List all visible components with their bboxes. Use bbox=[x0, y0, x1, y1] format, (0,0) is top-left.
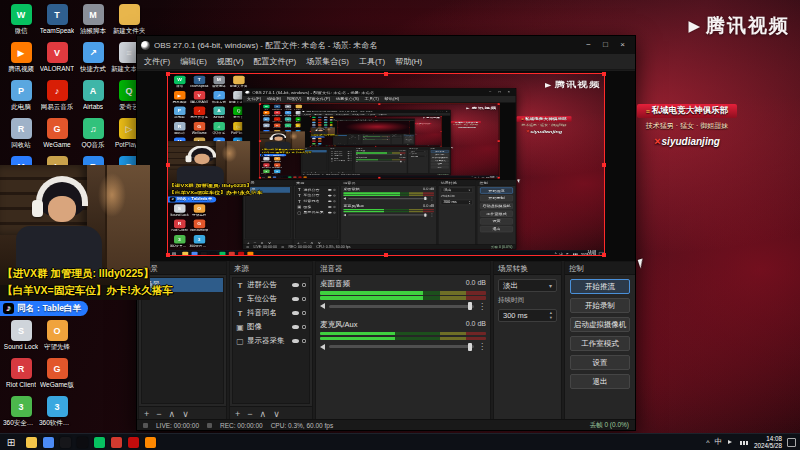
lock-icon[interactable] bbox=[302, 283, 306, 287]
source-item[interactable]: ▣图像 bbox=[233, 320, 309, 334]
control-button[interactable]: 工作室模式 bbox=[480, 211, 513, 217]
start-button[interactable]: ⊞ bbox=[0, 434, 22, 450]
ime-indicator[interactable]: 中 bbox=[474, 176, 476, 177]
desktop-icon[interactable]: GWeGame版 bbox=[272, 163, 282, 168]
control-button[interactable]: 启动虚拟摄像机 bbox=[431, 157, 449, 159]
taskbar-browser-icon[interactable] bbox=[273, 176, 276, 177]
taskbar-clock[interactable]: 14:08 2024/5/28 bbox=[581, 251, 596, 255]
desktop-icon[interactable]: R回收站 bbox=[170, 122, 189, 134]
control-button[interactable]: 设置 bbox=[570, 355, 630, 370]
visibility-eye-icon[interactable] bbox=[328, 200, 332, 202]
volume-icon[interactable] bbox=[478, 177, 480, 178]
lock-icon[interactable] bbox=[351, 156, 352, 157]
slider-knob[interactable] bbox=[424, 213, 426, 216]
selection-handle[interactable] bbox=[384, 253, 388, 257]
slider-knob[interactable] bbox=[424, 197, 426, 200]
obs-preview-area[interactable]: W微信TTeamSpeakM油猴脚本新建文件夹▶腾讯视频VVALORANT↗快捷… bbox=[137, 71, 635, 261]
desktop-icon[interactable]: ↗快捷方式 bbox=[76, 42, 110, 72]
desktop-icon[interactable]: GWeGame版 bbox=[40, 358, 74, 388]
lock-icon[interactable] bbox=[333, 195, 335, 197]
selection-handle[interactable] bbox=[384, 72, 388, 76]
taskbar-explorer-icon[interactable] bbox=[182, 252, 188, 255]
sources-list[interactable]: T进群公告T车位公告T抖音同名▣图像▢显示器采集 bbox=[330, 150, 353, 171]
obs-preview-area[interactable]: W微信TTeamSpeakM油猴脚本新建文件夹▶腾讯视频VVALORANT↗快捷… bbox=[243, 103, 516, 180]
desktop-icon[interactable]: ♪网易云音乐 bbox=[40, 80, 74, 110]
desktop-icon[interactable]: O守望先锋 bbox=[40, 320, 74, 350]
desktop-icon[interactable]: RRiot Client bbox=[170, 220, 189, 232]
taskbar-music-player-icon[interactable] bbox=[331, 146, 333, 147]
desktop-icon[interactable]: P此电脑 bbox=[170, 107, 189, 119]
desktop-icon[interactable]: ♫QQ音乐 bbox=[76, 118, 110, 148]
selection-handle[interactable] bbox=[440, 146, 441, 147]
control-button[interactable]: 退出 bbox=[570, 374, 630, 389]
selection-handle[interactable] bbox=[375, 146, 376, 147]
desktop-icon[interactable]: 新建文件夹 bbox=[112, 4, 146, 34]
obs-titlebar[interactable]: OBS 27.0.1 (64-bit, windows) - 配置文件: 未命名… bbox=[243, 89, 516, 96]
desktop-icon[interactable]: GWeGame bbox=[40, 118, 74, 148]
selection-handle[interactable] bbox=[602, 72, 606, 76]
close-button[interactable]: × bbox=[504, 89, 513, 96]
visibility-eye-icon[interactable] bbox=[328, 206, 332, 208]
selection-handle[interactable] bbox=[310, 131, 311, 132]
sources-list[interactable]: T进群公告T车位公告T抖音同名▣图像▢显示器采集 bbox=[348, 135, 361, 144]
network-icon[interactable] bbox=[573, 252, 578, 255]
taskbar[interactable]: ⊞ ^ 中 14:08 2024/5/28 bbox=[0, 433, 800, 450]
menu-item[interactable]: 帮助(H) bbox=[382, 97, 402, 101]
selection-handle[interactable] bbox=[440, 116, 441, 117]
speaker-icon[interactable] bbox=[356, 154, 357, 155]
visibility-eye-icon[interactable] bbox=[348, 160, 350, 161]
visibility-eye-icon[interactable] bbox=[292, 283, 299, 288]
lock-icon[interactable] bbox=[302, 325, 306, 329]
menu-item[interactable]: 工具(T) bbox=[362, 97, 382, 101]
channel-menu-icon[interactable]: ⋮ bbox=[403, 154, 405, 155]
taskbar-video-app-icon[interactable] bbox=[303, 176, 306, 177]
transition-duration-input[interactable]: 300 ms ▴▾ bbox=[392, 137, 402, 138]
desktop-icon[interactable]: ↗快捷方式 bbox=[283, 111, 293, 116]
source-item[interactable]: ▢显示器采集 bbox=[349, 139, 361, 140]
menu-item[interactable]: 配置文件(P) bbox=[304, 97, 333, 101]
visibility-eye-icon[interactable] bbox=[328, 189, 332, 191]
lock-icon[interactable] bbox=[333, 206, 335, 208]
desktop-icon[interactable]: SSound Lock bbox=[261, 157, 271, 162]
source-item[interactable]: T车位公告 bbox=[233, 292, 309, 306]
taskbar-clock[interactable]: 14:08 2024/5/28 bbox=[754, 435, 782, 449]
lock-icon[interactable] bbox=[302, 311, 306, 315]
obs-preview-area[interactable] bbox=[333, 121, 415, 134]
spinner-arrows-icon[interactable]: ▴▾ bbox=[550, 311, 552, 320]
network-icon[interactable] bbox=[740, 438, 749, 446]
menu-item[interactable]: 配置文件(P) bbox=[249, 56, 302, 67]
menu-item[interactable]: 编辑(E) bbox=[264, 97, 284, 101]
menu-item[interactable]: 视图(V) bbox=[284, 97, 304, 101]
taskbar-music-player-icon[interactable] bbox=[128, 437, 139, 448]
maximize-button[interactable]: □ bbox=[597, 36, 614, 54]
lock-icon[interactable] bbox=[333, 212, 335, 214]
slider-knob[interactable] bbox=[387, 139, 388, 140]
visibility-eye-icon[interactable] bbox=[328, 195, 332, 197]
volume-slider[interactable] bbox=[329, 305, 474, 308]
lock-icon[interactable] bbox=[351, 160, 352, 161]
volume-slider[interactable] bbox=[348, 214, 427, 215]
source-item[interactable]: ▢显示器采集 bbox=[296, 210, 338, 216]
desktop-icon[interactable]: VVALORANT bbox=[272, 111, 282, 116]
spinner-arrows-icon[interactable]: ▴▾ bbox=[469, 200, 470, 204]
volume-icon[interactable] bbox=[566, 252, 570, 255]
desktop-icon[interactable]: O守望先锋 bbox=[190, 204, 209, 216]
desktop-icon[interactable]: TTeamSpeak bbox=[40, 4, 74, 34]
visibility-eye-icon[interactable] bbox=[328, 212, 332, 214]
desktop-icon[interactable]: GWeGame bbox=[190, 122, 209, 134]
taskbar-tiktok-studio-icon[interactable] bbox=[210, 252, 216, 255]
control-button[interactable]: 退出 bbox=[404, 141, 414, 142]
control-button[interactable]: 退出 bbox=[431, 166, 449, 168]
visibility-eye-icon[interactable] bbox=[292, 311, 299, 316]
channel-menu-icon[interactable]: ⋮ bbox=[430, 197, 434, 201]
control-button[interactable]: 工作室模式 bbox=[431, 160, 449, 162]
visibility-eye-icon[interactable] bbox=[292, 297, 299, 302]
desktop-icon[interactable]: M油猴脚本 bbox=[76, 4, 110, 34]
selection-handle[interactable] bbox=[378, 177, 380, 179]
source-item[interactable]: ▢显示器采集 bbox=[233, 334, 309, 348]
slider-knob[interactable] bbox=[387, 137, 388, 138]
desktop-icon[interactable]: AAirtabs bbox=[210, 107, 229, 119]
selection-handle[interactable] bbox=[166, 253, 170, 257]
taskbar-game-launcher-icon[interactable] bbox=[329, 146, 331, 147]
desktop-icon[interactable]: AAirtabs bbox=[283, 117, 293, 122]
